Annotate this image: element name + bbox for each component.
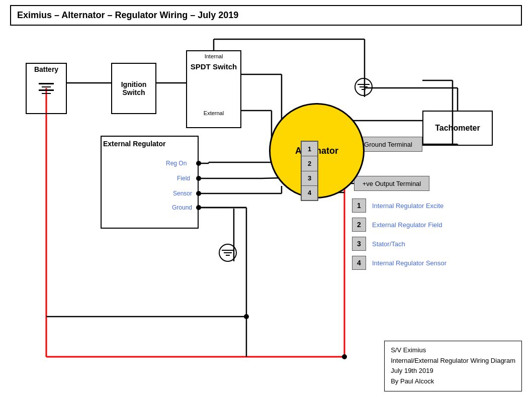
- reg-on-label: Reg On: [166, 160, 187, 167]
- field-label: Field: [177, 175, 190, 182]
- connector-pin-1: 1: [302, 142, 317, 156]
- info-line1: S/V Eximius: [391, 345, 515, 356]
- battery-line: [42, 93, 51, 94]
- legend-item-4: 4 Internal Regulator Sensor: [352, 256, 500, 270]
- ignition-switch-component: Ignition Switch: [111, 63, 156, 114]
- spdt-switch-component: Internal SPDT Switch External: [186, 50, 241, 128]
- ground-label: Ground: [172, 204, 192, 211]
- external-regulator-title: External Regulator: [103, 140, 165, 148]
- legend-text-3: Stator/Tach: [372, 240, 405, 248]
- battery-label: Battery: [26, 65, 67, 73]
- battery-symbol: [39, 83, 54, 94]
- spdt-title: SPDT Switch: [191, 62, 237, 71]
- connector-pin-3: 3: [302, 171, 317, 186]
- legend-num-3: 3: [352, 237, 366, 251]
- ground-symbol-bottom: [219, 244, 237, 262]
- connector-pin-2: 2: [302, 156, 317, 171]
- spdt-internal-label: Internal: [205, 53, 223, 59]
- svg-point-44: [244, 314, 249, 319]
- legend-item-1: 1 Internal Regulator Excite: [352, 198, 500, 213]
- battery-line: [39, 83, 54, 84]
- sensor-label: Sensor: [173, 190, 192, 197]
- tachometer-component: Tachometer: [422, 111, 493, 146]
- legend-text-4: Internal Regulator Sensor: [372, 259, 447, 267]
- info-line2: Internal/External Regulator Wiring Diagr…: [391, 356, 515, 366]
- legend-num-1: 1: [352, 198, 366, 213]
- diagram-title: Eximius – Alternator – Regulator Wiring …: [10, 5, 522, 26]
- legend-text-1: Internal Regulator Excite: [372, 202, 444, 210]
- positive-terminal-label: +ve Output Terminal: [354, 176, 429, 191]
- legend-text-2: External Regulator Field: [372, 221, 442, 229]
- spdt-external-label: External: [204, 110, 224, 116]
- svg-point-46: [342, 354, 347, 359]
- connector-block: 1 2 3 4: [301, 141, 318, 201]
- legend-item-2: 2 External Regulator Field: [352, 218, 500, 232]
- connector-pin-4: 4: [302, 186, 317, 200]
- legend-item-3: 3 Stator/Tach: [352, 237, 500, 251]
- legend-num-4: 4: [352, 256, 366, 270]
- info-box: S/V Eximius Internal/External Regulator …: [384, 341, 522, 391]
- info-line3: July 19th 2019: [391, 366, 515, 376]
- battery-line: [42, 86, 51, 87]
- external-regulator-component: [101, 136, 199, 229]
- ground-symbol-top: [354, 78, 373, 96]
- legend-num-2: 2: [352, 218, 366, 232]
- legend: 1 Internal Regulator Excite 2 External R…: [352, 198, 500, 275]
- info-line4: By Paul Alcock: [391, 376, 515, 387]
- battery-line: [39, 89, 54, 91]
